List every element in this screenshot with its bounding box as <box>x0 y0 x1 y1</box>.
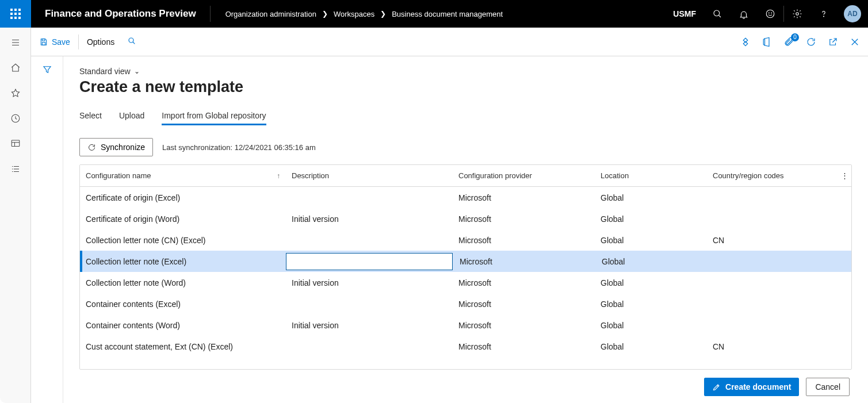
table-row[interactable]: Collection letter note (Word)Initial ver… <box>80 272 851 293</box>
nav-favorites-button[interactable] <box>0 80 31 106</box>
office-icon <box>762 37 773 47</box>
nav-workspaces-button[interactable] <box>0 131 31 156</box>
filter-pane-toggle[interactable] <box>31 56 63 403</box>
attachments-button[interactable]: 0 <box>784 37 794 47</box>
breadcrumb-org-admin[interactable]: Organization administration <box>225 10 316 18</box>
svg-point-15 <box>824 16 824 17</box>
attachments-count: 0 <box>791 33 799 41</box>
breadcrumb-workspaces[interactable]: Workspaces <box>334 10 374 18</box>
cell-provider: Microsoft <box>453 278 595 287</box>
save-label: Save <box>52 37 70 47</box>
page-title: Create a new template <box>79 78 852 96</box>
view-label: Standard view <box>79 67 131 76</box>
table-row[interactable]: Container contents (Excel)MicrosoftGloba… <box>80 293 851 314</box>
col-header-provider[interactable]: Configuration provider <box>453 171 595 180</box>
office-button[interactable] <box>762 37 773 47</box>
star-icon <box>10 88 21 98</box>
top-bar: Finance and Operations Preview Organizat… <box>0 0 868 28</box>
nav-expand-button[interactable] <box>0 30 31 55</box>
sort-asc-icon: ↑ <box>277 172 280 180</box>
search-icon <box>712 9 722 19</box>
chevron-right-icon: ❯ <box>322 10 328 18</box>
search-icon <box>127 36 136 45</box>
modules-icon <box>10 164 21 174</box>
cell-location: Global <box>596 257 708 266</box>
col-header-description[interactable]: Description <box>286 171 453 180</box>
col-header-location[interactable]: Location <box>595 171 707 180</box>
grid-body[interactable]: Certificate of origin (Excel)MicrosoftGl… <box>80 187 851 369</box>
feedback-button[interactable] <box>757 0 783 28</box>
svg-rect-4 <box>14 13 17 15</box>
chevron-right-icon: ❯ <box>380 10 386 18</box>
table-row[interactable]: Collection letter note (CN) (Excel)Micro… <box>80 229 851 251</box>
nav-recent-button[interactable] <box>0 106 31 131</box>
breadcrumb-bdm[interactable]: Business document management <box>392 10 503 18</box>
svg-rect-6 <box>10 17 13 19</box>
cell-provider: Microsoft <box>453 321 595 330</box>
nav-home-button[interactable] <box>0 55 31 80</box>
grid-header: Configuration name ↑ Description Configu… <box>80 165 851 187</box>
company-picker[interactable]: USMF <box>665 9 704 18</box>
svg-rect-5 <box>18 13 21 15</box>
col-header-name[interactable]: Configuration name ↑ <box>80 171 286 180</box>
cell-name: Certificate of origin (Excel) <box>80 193 286 202</box>
cell-location: Global <box>595 321 707 330</box>
page-search-button[interactable] <box>127 36 136 48</box>
cell-provider: Microsoft <box>453 300 595 309</box>
svg-point-14 <box>796 13 799 16</box>
view-selector[interactable]: Standard view ⌄ <box>79 67 852 76</box>
smile-icon <box>765 9 775 19</box>
action-pane: Save Options 0 <box>31 28 868 56</box>
save-icon <box>39 37 48 47</box>
app-launcher-button[interactable] <box>0 0 31 28</box>
nav-modules-button[interactable] <box>0 156 31 182</box>
cell-provider: Microsoft <box>453 236 595 245</box>
last-sync-label: Last synchronization: 12/24/2021 06:35:1… <box>162 143 316 152</box>
save-button[interactable]: Save <box>39 37 70 47</box>
close-icon <box>850 37 860 47</box>
related-button[interactable] <box>740 37 751 47</box>
table-row[interactable]: Container contents (Word)Initial version… <box>80 314 851 336</box>
cell-name: Container contents (Excel) <box>80 300 286 309</box>
create-document-button[interactable]: Create document <box>704 378 799 396</box>
table-row[interactable]: Certificate of origin (Word)Initial vers… <box>80 208 851 229</box>
popout-button[interactable] <box>828 37 838 47</box>
help-icon <box>819 9 829 19</box>
help-button[interactable] <box>810 0 837 28</box>
svg-rect-0 <box>10 9 13 11</box>
table-row[interactable]: Collection letter note (Excel)MicrosoftG… <box>80 251 851 272</box>
refresh-icon <box>806 37 816 47</box>
cell-description <box>286 253 453 270</box>
cell-provider: Microsoft <box>453 214 595 224</box>
app-title: Finance and Operations Preview <box>31 8 210 20</box>
home-icon <box>10 63 21 73</box>
gear-icon <box>792 9 802 19</box>
close-button[interactable] <box>850 37 860 47</box>
pencil-icon <box>712 383 721 392</box>
avatar[interactable]: AD <box>844 5 861 22</box>
bell-icon <box>739 9 749 19</box>
synchronize-button[interactable]: Synchronize <box>79 138 153 156</box>
svg-rect-30 <box>42 42 45 45</box>
chevron-down-icon: ⌄ <box>134 67 140 75</box>
options-button[interactable]: Options <box>87 37 114 47</box>
svg-line-32 <box>133 42 135 44</box>
cell-provider: Microsoft <box>454 257 596 266</box>
cell-description: Initial version <box>286 214 453 224</box>
svg-rect-2 <box>18 9 21 11</box>
table-row[interactable]: Certificate of origin (Excel)MicrosoftGl… <box>80 187 851 208</box>
refresh-button[interactable] <box>806 37 816 47</box>
notifications-button[interactable] <box>731 0 757 28</box>
search-button[interactable] <box>704 0 731 28</box>
tab-import[interactable]: Import from Global repository <box>162 108 266 125</box>
table-row[interactable]: Cust account statement, Ext (CN) (Excel)… <box>80 336 851 357</box>
breadcrumb: Organization administration ❯ Workspaces… <box>211 10 503 18</box>
cancel-button[interactable]: Cancel <box>806 378 850 396</box>
left-nav <box>0 28 31 403</box>
tab-select[interactable]: Select <box>79 108 102 125</box>
settings-button[interactable] <box>784 0 810 28</box>
cell-location: Global <box>595 236 707 245</box>
col-header-country-codes[interactable]: Country/region codes <box>707 171 838 180</box>
tab-upload[interactable]: Upload <box>119 108 144 125</box>
col-options-button[interactable]: ⋮ <box>838 171 851 180</box>
